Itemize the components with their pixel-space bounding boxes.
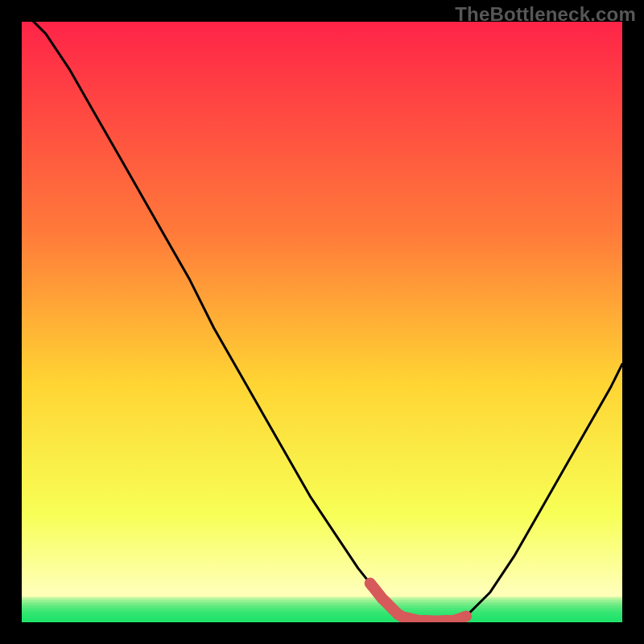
watermark-text: TheBottleneck.com xyxy=(455,3,636,26)
bottleneck-chart xyxy=(0,0,644,644)
svg-rect-23 xyxy=(22,618,622,623)
heat-gradient-background xyxy=(22,22,622,622)
optimal-point-marker xyxy=(461,612,471,621)
optimal-green-band xyxy=(22,597,622,623)
chart-frame: TheBottleneck.com xyxy=(0,0,644,644)
svg-rect-22 xyxy=(22,597,622,599)
